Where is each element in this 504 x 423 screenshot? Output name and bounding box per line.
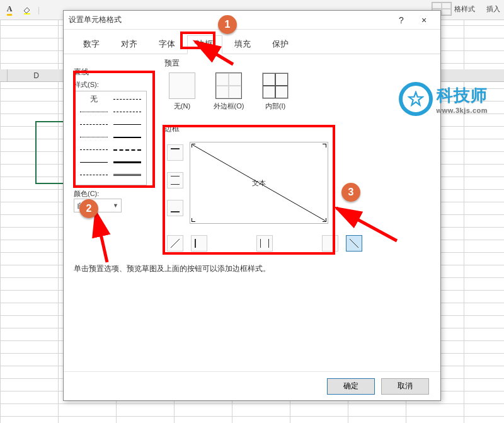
dialog-footer: 确定 取消 xyxy=(64,371,440,400)
border-middle-h-button[interactable] xyxy=(167,172,183,188)
style-opt[interactable] xyxy=(110,144,144,155)
watermark: 科技师 www.3kjs.com xyxy=(399,82,488,116)
style-opt[interactable] xyxy=(77,157,110,168)
border-top-button[interactable] xyxy=(167,144,183,161)
border-bottom-button[interactable] xyxy=(167,200,183,216)
dialog-body: 直线 样式(S): 无 颜色(C): 自动 ▼ xyxy=(64,54,440,371)
border-diag-down-button[interactable] xyxy=(346,235,362,252)
active-cell-outline xyxy=(35,121,64,184)
preset-outline[interactable]: 外边框(O) xyxy=(211,72,246,111)
tab-font[interactable]: 字体 xyxy=(149,35,185,54)
preset-inside[interactable]: 内部(I) xyxy=(258,72,293,111)
svg-line-2 xyxy=(171,239,180,248)
style-opt[interactable] xyxy=(110,132,144,142)
style-opt[interactable] xyxy=(110,94,144,105)
style-opt[interactable] xyxy=(77,107,110,117)
style-none[interactable]: 无 xyxy=(77,94,110,105)
dialog-title: 设置单元格格式 xyxy=(69,14,390,25)
style-label: 样式(S): xyxy=(74,80,156,90)
style-opt[interactable] xyxy=(110,107,144,117)
style-opt[interactable] xyxy=(110,170,144,180)
preview-text: 文本 xyxy=(252,178,266,188)
style-opt[interactable] xyxy=(110,157,144,168)
watermark-url: www.3kjs.com xyxy=(437,107,488,114)
tab-fill[interactable]: 填充 xyxy=(225,35,260,54)
cell-styles-label: 格样式 xyxy=(454,4,475,14)
close-button[interactable]: × xyxy=(413,13,435,28)
fill-color-button[interactable] xyxy=(20,4,34,16)
color-dropdown[interactable]: 自动 ▼ xyxy=(74,199,122,212)
dialog-titlebar: 设置单元格格式 ? × xyxy=(64,11,440,30)
col-D[interactable]: D xyxy=(8,69,66,81)
style-opt[interactable] xyxy=(110,119,144,130)
border-middle-v-button[interactable] xyxy=(256,235,273,252)
ok-button[interactable]: 确定 xyxy=(327,378,375,395)
border-right-button[interactable] xyxy=(322,235,338,252)
preset-none[interactable]: 无(N) xyxy=(164,72,200,111)
style-opt[interactable] xyxy=(77,132,110,142)
border-preview[interactable]: 文本 xyxy=(190,142,328,224)
tab-align[interactable]: 对齐 xyxy=(112,35,147,54)
style-opt[interactable] xyxy=(77,144,110,155)
help-text: 单击预置选项、预览草图及上面的按钮可以添加边框样式。 xyxy=(74,264,270,274)
color-label: 颜色(C): xyxy=(74,189,156,199)
border-section-label: 边框 xyxy=(164,124,372,134)
tab-protect[interactable]: 保护 xyxy=(263,35,298,54)
format-cells-dialog: 设置单元格格式 ? × 数字 对齐 字体 边框 填充 保护 直线 样式(S): … xyxy=(63,10,441,401)
border-diag-up-button[interactable] xyxy=(167,235,183,252)
border-left-button[interactable] xyxy=(191,235,207,252)
cancel-button[interactable]: 取消 xyxy=(381,378,429,395)
tab-border[interactable]: 边框 xyxy=(187,35,222,54)
chevron-down-icon: ▼ xyxy=(113,202,118,209)
insert-label[interactable]: 插入 xyxy=(486,4,500,14)
style-opt[interactable] xyxy=(77,170,110,180)
svg-line-3 xyxy=(350,239,358,248)
style-opt[interactable] xyxy=(77,119,110,130)
color-value: 自动 xyxy=(77,201,91,211)
svg-rect-0 xyxy=(24,13,30,14)
line-section-label: 直线 xyxy=(74,67,156,78)
tab-number[interactable]: 数字 xyxy=(74,35,109,54)
help-button[interactable]: ? xyxy=(390,13,413,28)
watermark-brand: 科技师 xyxy=(437,84,488,107)
watermark-logo-icon xyxy=(399,82,433,116)
dialog-tabs: 数字 对齐 字体 边框 填充 保护 xyxy=(64,30,440,54)
preset-section-label: 预置 xyxy=(164,58,293,69)
line-style-list[interactable]: 无 xyxy=(74,91,147,185)
ribbon-right: 格样式 插入 xyxy=(432,0,500,18)
font-color-button[interactable]: A xyxy=(3,4,16,16)
